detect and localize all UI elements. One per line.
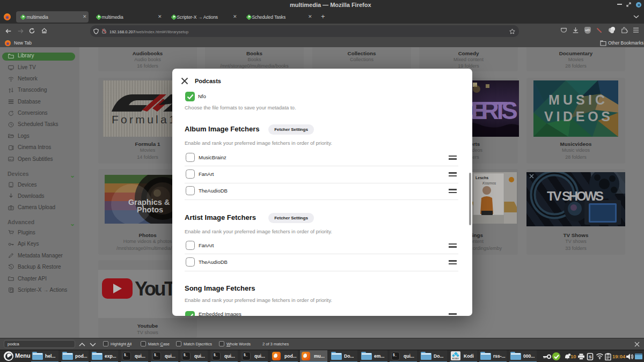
svg-text:TV SHOWS: TV SHOWS [547, 189, 604, 203]
svg-text:Kosmos: Kosmos [482, 181, 496, 185]
svg-text:Leschs: Leschs [475, 176, 488, 180]
svg-text:S: S [589, 354, 592, 359]
svg-text:Photos: Photos [137, 205, 163, 214]
